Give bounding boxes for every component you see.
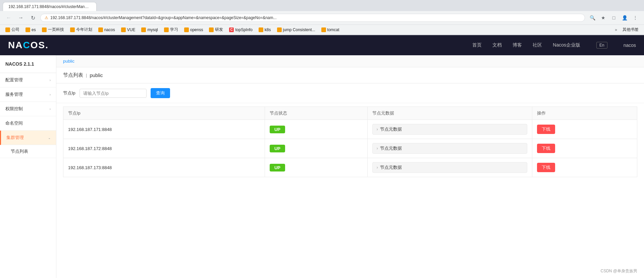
meta-data-label: 节点元数据 <box>380 126 402 132</box>
cell-ip: 192.168.187.172:8848 <box>63 139 265 158</box>
breadcrumb: public <box>56 55 644 67</box>
offline-button[interactable]: 下线 <box>537 144 555 153</box>
cell-meta: › 节点元数据 <box>367 158 532 177</box>
breadcrumb-public[interactable]: public <box>63 59 74 64</box>
bookmark-k8s[interactable]: k8s <box>256 26 274 33</box>
sidebar-item-cluster[interactable]: 集群管理 ⌄ <box>0 131 56 145</box>
nav-home[interactable]: 首页 <box>472 42 482 48</box>
nav-community[interactable]: 社区 <box>533 42 542 48</box>
window-button[interactable]: □ <box>609 13 619 22</box>
col-status: 节点状态 <box>265 107 367 120</box>
bookmark-folder-icon <box>164 27 169 32</box>
filter-bar: 节点Ip 查询 <box>56 83 644 103</box>
bookmark-study[interactable]: 学习 <box>161 26 181 33</box>
query-button[interactable]: 查询 <box>151 88 170 98</box>
bookmark-folder-icon <box>141 27 146 32</box>
more-button[interactable]: ⋮ <box>631 13 640 22</box>
bookmark-folder-icon <box>277 27 282 32</box>
bookmarks-bar: 公司 es 一页科技 今年计划 nacos VUE mysql 学习 <box>0 25 644 35</box>
sidebar: NACOS 2.1.1 配置管理 › 服务管理 › 权限控制 › 命名空间 集群… <box>0 55 56 278</box>
table-row: 192.168.187.172:8848 UP › 节点元数据 下线 <box>63 139 637 158</box>
sidebar-item-config[interactable]: 配置管理 › <box>0 73 56 87</box>
bookmark-plan[interactable]: 今年计划 <box>67 26 95 33</box>
bookmark-folder-icon <box>70 27 75 32</box>
meta-data-expand[interactable]: › 节点元数据 <box>372 143 527 154</box>
cell-action: 下线 <box>532 139 637 158</box>
chevron-right-icon: › <box>377 165 378 170</box>
search-button[interactable]: 🔍 <box>588 13 597 22</box>
col-meta: 节点元数据 <box>367 107 532 120</box>
bookmark-folder-icon <box>5 27 10 32</box>
other-bookmarks[interactable]: 其他书签 <box>620 26 641 33</box>
bookmark-es[interactable]: es <box>23 26 39 33</box>
browser-chrome: 192.168.187.171:8848/nacos/#/clusterMana… <box>0 0 644 35</box>
meta-data-expand[interactable]: › 节点元数据 <box>372 124 527 135</box>
forward-button[interactable]: → <box>16 13 25 22</box>
more-bookmarks-button[interactable]: » <box>613 26 619 33</box>
bookmark-folder-icon <box>321 27 326 32</box>
active-tab[interactable]: 192.168.187.171:8848/nacos/#/clusterMana… <box>3 2 97 11</box>
status-badge: UP <box>270 164 285 171</box>
sidebar-item-authority[interactable]: 权限控制 › <box>0 102 56 116</box>
page-title: 节点列表 <box>63 72 83 78</box>
sidebar-item-node-list[interactable]: 节点列表 <box>0 145 56 158</box>
node-table: 节点Ip 节点状态 节点元数据 操作 192.168.187.171:8848 … <box>63 107 637 177</box>
chevron-right-icon: › <box>377 127 378 132</box>
page-header: 节点列表 | public <box>56 67 644 83</box>
bookmark-dev[interactable]: 研发 <box>206 26 226 33</box>
cell-status: UP <box>265 139 367 158</box>
nacos-header: NACOS. 首页 文档 博客 社区 Nacos企业版 En nacos <box>0 35 644 55</box>
bookmark-openss[interactable]: openss <box>181 26 206 33</box>
sidebar-version: NACOS 2.1.1 <box>0 55 56 73</box>
table-row: 192.168.187.171:8848 UP › 节点元数据 下线 <box>63 120 637 139</box>
bookmark-folder-icon <box>42 27 47 32</box>
nav-blog[interactable]: 博客 <box>513 42 522 48</box>
table-container: 节点Ip 节点状态 节点元数据 操作 192.168.187.171:8848 … <box>56 107 644 184</box>
bookmark-button[interactable]: ★ <box>598 13 608 22</box>
cell-action: 下线 <box>532 120 637 139</box>
bookmark-topspinfo[interactable]: C topSpInfo <box>226 26 255 33</box>
cell-action: 下线 <box>532 158 637 177</box>
address-bar[interactable]: ⚠ 192.168.187.171:8848/nacos/#/clusterMa… <box>40 14 585 22</box>
offline-button[interactable]: 下线 <box>537 125 555 134</box>
bookmark-folder-icon <box>25 27 30 32</box>
bookmark-tomcat[interactable]: tomcat <box>319 26 342 33</box>
profile-button[interactable]: 👤 <box>620 13 629 22</box>
bookmark-nacos[interactable]: nacos <box>96 26 118 33</box>
bookmark-vue[interactable]: VUE <box>118 26 138 33</box>
cell-ip: 192.168.187.173:8848 <box>63 158 265 177</box>
meta-data-label: 节点元数据 <box>380 145 402 151</box>
bookmark-mysql[interactable]: mysql <box>139 26 160 33</box>
watermark: CSDN @单身贵族男 <box>600 268 637 274</box>
meta-data-label: 节点元数据 <box>380 164 402 170</box>
meta-data-expand[interactable]: › 节点元数据 <box>372 162 527 173</box>
filter-ip-label: 节点Ip <box>63 90 75 96</box>
nacos-nav: 首页 文档 博客 社区 Nacos企业版 En nacos <box>472 42 636 49</box>
chevron-right-icon: › <box>50 93 51 96</box>
bookmark-yiye[interactable]: 一页科技 <box>39 26 67 33</box>
page-divider: | <box>86 73 87 78</box>
lang-button[interactable]: En <box>596 42 607 49</box>
user-menu[interactable]: nacos <box>624 43 636 48</box>
back-button[interactable]: ← <box>4 13 13 22</box>
browser-toolbar: ← → ↻ ⚠ 192.168.187.171:8848/nacos/#/clu… <box>0 11 644 25</box>
offline-button[interactable]: 下线 <box>537 163 555 172</box>
chevron-right-icon: › <box>50 107 51 111</box>
bookmark-company[interactable]: 公司 <box>3 26 22 33</box>
main-layout: NACOS 2.1.1 配置管理 › 服务管理 › 权限控制 › 命名空间 集群… <box>0 55 644 278</box>
sidebar-item-service[interactable]: 服务管理 › <box>0 87 56 102</box>
status-badge: UP <box>270 126 285 133</box>
bookmark-folder-icon <box>121 27 126 32</box>
nav-enterprise[interactable]: Nacos企业版 <box>553 42 580 48</box>
sidebar-item-namespace[interactable]: 命名空间 <box>0 116 56 131</box>
chevron-down-icon: ⌄ <box>48 136 51 140</box>
nav-docs[interactable]: 文档 <box>492 42 502 48</box>
browser-actions: 🔍 ★ □ 👤 ⋮ <box>588 13 640 22</box>
node-ip-input[interactable] <box>79 89 147 98</box>
reload-button[interactable]: ↻ <box>28 13 38 22</box>
browser-tabs: 192.168.187.171:8848/nacos/#/clusterMana… <box>0 0 644 11</box>
nacos-logo: NACOS. <box>8 40 472 51</box>
lock-icon: ⚠ <box>45 15 48 20</box>
bookmark-folder-icon <box>259 27 263 32</box>
bookmark-jump[interactable]: jump Consistent... <box>274 26 318 33</box>
